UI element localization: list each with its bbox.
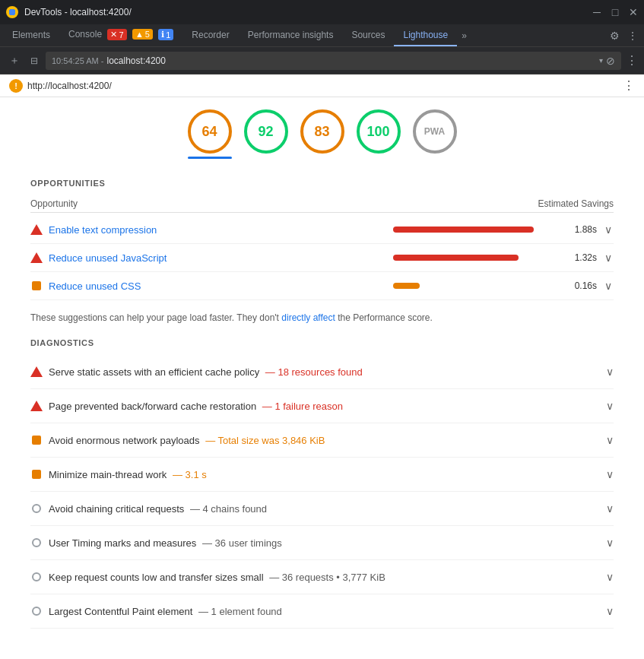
diag-chevron-4[interactable]: ∨ — [606, 468, 614, 480]
tab-lighthouse[interactable]: Lighthouse — [394, 25, 457, 46]
opp-bar-2 — [393, 255, 519, 261]
opp-savings-2: 1.32s — [551, 252, 597, 263]
page-url: http://localhost:4200/ — [27, 81, 112, 91]
more-tabs-button[interactable]: » — [457, 26, 471, 46]
diag-bfcache[interactable]: Page prevented back/forward cache restor… — [30, 389, 614, 423]
diag-lcp-element[interactable]: Largest Contentful Paint element — 1 ele… — [30, 594, 614, 629]
opp-chevron-1[interactable]: ∨ — [603, 223, 614, 236]
url-chevron-icon[interactable]: ▾ — [599, 56, 603, 65]
gray-circle-icon-3 — [32, 572, 41, 581]
score-pwa[interactable]: PWA — [413, 109, 457, 159]
tab-performance-insights[interactable]: Performance insights — [239, 25, 343, 46]
diag-icon-7 — [30, 571, 43, 583]
diag-label-request-counts: Keep request counts low and transfer siz… — [49, 572, 600, 583]
score-circle-pwa[interactable]: PWA — [413, 109, 457, 154]
window-controls: ─ □ ✕ — [592, 8, 638, 17]
opp-chevron-2[interactable]: ∨ — [603, 252, 614, 264]
score-seo[interactable]: 100 — [357, 109, 401, 159]
score-circle-seo[interactable]: 100 — [357, 109, 401, 154]
opp-bar-wrap-3 — [393, 283, 545, 289]
main-content: 64 92 83 100 PWA — [0, 97, 644, 654]
diag-critical-requests[interactable]: Avoid chaining critical requests — 4 cha… — [30, 492, 614, 526]
opp-bar-wrap-1 — [393, 227, 545, 233]
red-triangle-icon-4 — [30, 401, 43, 411]
diag-chevron-5[interactable]: ∨ — [606, 502, 614, 515]
stop-icon[interactable]: ⊘ — [606, 55, 615, 67]
diag-label-cache-policy: Serve static assets with an efficient ca… — [49, 366, 600, 378]
diag-network-payloads[interactable]: Avoid enormous network payloads — Total … — [30, 423, 614, 458]
diag-icon-6 — [30, 537, 43, 549]
score-accessibility[interactable]: 92 — [244, 109, 288, 159]
tab-elements[interactable]: Elements — [3, 25, 59, 46]
diag-chevron-6[interactable]: ∨ — [606, 537, 614, 549]
opportunities-section-title: OPPORTUNITIES — [30, 179, 614, 188]
orange-square-icon-3 — [32, 470, 41, 479]
address-bar-menu[interactable]: ⋮ — [626, 53, 638, 68]
url-display: localhost:4200 — [107, 55, 596, 66]
column-savings: Estimated Savings — [538, 198, 614, 209]
diag-chevron-3[interactable]: ∨ — [606, 434, 614, 446]
diag-chevron-7[interactable]: ∨ — [606, 571, 614, 583]
menu-button[interactable]: ⋮ — [624, 25, 641, 46]
opp-savings-3: 0.16s — [551, 280, 597, 291]
gray-circle-icon-4 — [32, 607, 41, 616]
browser-favicon — [6, 6, 18, 18]
gray-circle-icon-1 — [32, 504, 41, 513]
diag-icon-2 — [30, 400, 43, 412]
scores-row: 64 92 83 100 PWA — [0, 97, 644, 165]
opp-label-text-compression[interactable]: Enable text compression — [49, 224, 387, 236]
opportunity-unused-css: Reduce unused CSS 0.16s ∨ — [30, 272, 614, 300]
tab-sources[interactable]: Sources — [342, 25, 394, 46]
score-performance[interactable]: 64 — [188, 109, 232, 159]
new-tab-button[interactable]: ＋ — [6, 52, 23, 69]
opp-bar-wrap-2 — [393, 255, 545, 261]
opportunity-text-compression: Enable text compression 1.88s ∨ — [30, 216, 614, 244]
diag-chevron-2[interactable]: ∨ — [606, 400, 614, 412]
score-circle-performance[interactable]: 64 — [188, 109, 232, 154]
score-circle-best-practices[interactable]: 83 — [300, 109, 344, 154]
diag-icon-1 — [30, 366, 43, 378]
score-circle-accessibility[interactable]: 92 — [244, 109, 288, 154]
opp-label-unused-js[interactable]: Reduce unused JavaScript — [49, 252, 387, 264]
security-menu-icon[interactable]: ⋮ — [623, 78, 635, 93]
diag-main-thread[interactable]: Minimize main-thread work — 3.1 s ∨ — [30, 458, 614, 492]
opp-bar-1 — [393, 227, 534, 233]
diag-chevron-8[interactable]: ∨ — [606, 605, 614, 617]
diag-icon-8 — [30, 605, 43, 617]
maximize-button[interactable]: □ — [611, 8, 620, 17]
dock-button[interactable]: ⊟ — [27, 54, 41, 68]
directly-affect-link[interactable]: directly affect — [281, 312, 335, 323]
diag-cache-policy[interactable]: Serve static assets with an efficient ca… — [30, 355, 614, 389]
opp-label-unused-css[interactable]: Reduce unused CSS — [49, 280, 387, 292]
close-button[interactable]: ✕ — [629, 8, 638, 17]
diagnostics-section-title: DIAGNOSTICS — [30, 338, 614, 347]
diag-user-timing[interactable]: User Timing marks and measures — 36 user… — [30, 526, 614, 560]
orange-square-icon — [32, 281, 41, 290]
column-opportunity: Opportunity — [30, 198, 78, 209]
window-title: DevTools - localhost:4200/ — [24, 7, 586, 17]
diag-icon-4 — [30, 468, 43, 480]
lighthouse-panel: OPPORTUNITIES Opportunity Estimated Savi… — [0, 179, 644, 629]
diag-label-network-payloads: Avoid enormous network payloads — Total … — [49, 435, 600, 446]
diag-chevron-1[interactable]: ∨ — [606, 366, 614, 378]
orange-square-icon-2 — [32, 436, 41, 445]
opp-savings-1: 1.88s — [551, 224, 597, 235]
address-input-container[interactable]: 10:54:25 AM - localhost:4200 ▾ ⊘ — [46, 52, 621, 70]
score-best-practices[interactable]: 83 — [300, 109, 344, 159]
settings-button[interactable]: ⚙ — [605, 25, 624, 46]
diag-label-user-timing: User Timing marks and measures — 36 user… — [49, 537, 600, 549]
red-triangle-icon — [30, 224, 43, 235]
diag-request-counts[interactable]: Keep request counts low and transfer siz… — [30, 560, 614, 594]
security-warning-icon: ! — [9, 79, 23, 93]
tab-console[interactable]: Console ✕ 7 ▲ 5 ℹ 1 — [59, 24, 182, 46]
gray-circle-icon-2 — [32, 538, 41, 547]
diag-icon-3 — [30, 434, 43, 446]
minimize-button[interactable]: ─ — [592, 8, 601, 17]
diag-label-critical-requests: Avoid chaining critical requests — 4 cha… — [49, 503, 600, 515]
red-triangle-icon-3 — [30, 366, 43, 377]
tab-recorder[interactable]: Recorder — [182, 25, 238, 46]
opp-chevron-3[interactable]: ∨ — [603, 280, 614, 292]
title-bar: DevTools - localhost:4200/ ─ □ ✕ — [0, 0, 644, 24]
error-badge: ✕ 7 — [107, 29, 126, 40]
diag-icon-5 — [30, 502, 43, 515]
